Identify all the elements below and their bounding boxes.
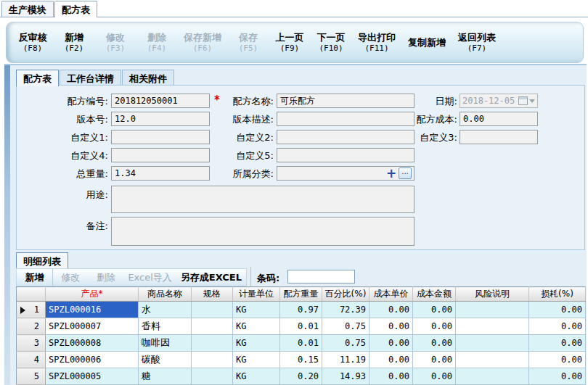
recipe-cost-input[interactable] [460, 112, 538, 126]
cell-weight[interactable]: 0.20 [280, 368, 322, 385]
category-browse-button[interactable]: ... [399, 167, 412, 179]
button-label: 导出打印 [358, 32, 396, 44]
cell-spec[interactable] [192, 335, 233, 352]
cell-spec[interactable] [192, 368, 233, 385]
cell-unit[interactable]: KG [233, 335, 280, 352]
cell-name[interactable]: 咖啡因 [139, 335, 192, 352]
cell-weight[interactable]: 0.01 [280, 335, 322, 352]
row-header[interactable]: 3 [17, 335, 46, 352]
button-label: 返回列表 [458, 32, 496, 44]
cell-weight[interactable]: 0.15 [280, 352, 322, 368]
cell-risk[interactable] [456, 302, 529, 318]
table-row: 3 SPZL000008 咖啡因 KG 0.01 0.75 0.00 0.00 … [17, 335, 586, 352]
prev-page-button[interactable]: 上一页 (F9) [275, 26, 304, 59]
cell-cost[interactable]: 0.00 [413, 352, 456, 368]
cell-percent[interactable]: 0.75 [322, 335, 369, 352]
button-label: 下一页 [317, 32, 346, 44]
detail-list-tab[interactable]: 明细列表 [16, 252, 68, 268]
remark-textarea[interactable] [111, 217, 415, 246]
total-weight-input[interactable] [111, 166, 210, 181]
tab-recipe-form[interactable]: 配方表 [16, 70, 59, 86]
tab-related-attachments[interactable]: 相关附件 [122, 70, 174, 86]
cell-spec[interactable] [192, 302, 233, 318]
custom5-input[interactable] [277, 148, 415, 162]
cell-unit-cost[interactable]: 0.00 [369, 318, 413, 335]
detail-toolbar: 新增 修改 删除 Excel导入 另存成EXCEL [16, 268, 247, 286]
cell-percent[interactable]: 0.75 [322, 318, 369, 335]
button-label: 修改 [106, 32, 125, 44]
cell-percent[interactable]: 72.39 [322, 302, 369, 318]
detail-edit-button: 修改 [53, 269, 89, 286]
cell-unit-cost[interactable]: 0.00 [369, 368, 413, 385]
save-as-excel-button[interactable]: 另存成EXCEL [176, 269, 246, 286]
next-page-button[interactable]: 下一页 (F10) [317, 26, 346, 59]
row-header[interactable]: 5 [17, 368, 46, 385]
cell-loss[interactable]: 0.00 [529, 352, 586, 368]
cell-product[interactable]: SPZL000016 [46, 302, 139, 318]
back-to-list-button[interactable]: 返回列表 (F7) [458, 26, 496, 59]
cell-cost[interactable]: 0.00 [413, 302, 456, 318]
cell-cost[interactable]: 0.00 [413, 368, 456, 385]
tab-recipe-sheet[interactable]: 配方表 [54, 1, 97, 17]
cell-name[interactable]: 糖 [139, 368, 192, 385]
tab-workbench-detail[interactable]: 工作台详情 [60, 70, 121, 86]
col-loss: 损耗(%) [529, 287, 586, 302]
copy-new-button[interactable]: 复制新增 [408, 26, 446, 59]
cell-weight[interactable]: 0.97 [280, 302, 322, 318]
cell-name[interactable]: 碳酸 [139, 352, 192, 368]
col-risk: 风险说明 [456, 287, 529, 302]
cell-loss[interactable]: 0.00 [529, 368, 586, 385]
cell-spec[interactable] [192, 352, 233, 368]
save-new-button: 保存新增 (F6) [184, 26, 221, 59]
cell-name[interactable]: 水 [139, 302, 192, 318]
cell-percent[interactable]: 14.93 [322, 368, 369, 385]
version-no-input[interactable] [111, 112, 210, 126]
row-header[interactable]: 4 [17, 352, 46, 368]
cell-name[interactable]: 香料 [139, 318, 192, 335]
custom3-input[interactable] [460, 130, 538, 144]
cell-cost[interactable]: 0.00 [413, 318, 456, 335]
col-percent: 百分比(%) [322, 287, 369, 302]
cell-unit[interactable]: KG [233, 302, 280, 318]
cell-risk[interactable] [456, 352, 529, 368]
category-add-button[interactable]: + [385, 167, 397, 179]
unaudit-button[interactable]: 反审核 (F8) [18, 26, 47, 59]
cell-weight[interactable]: 0.01 [280, 318, 322, 335]
cell-unit-cost[interactable]: 0.00 [369, 335, 413, 352]
cell-unit[interactable]: KG [233, 352, 280, 368]
export-print-button[interactable]: 导出打印 (F11) [358, 26, 396, 59]
barcode-input[interactable] [287, 270, 355, 283]
table-row: 4 SPZL000006 碳酸 KG 0.15 11.19 0.00 0.00 … [17, 352, 586, 368]
cell-spec[interactable] [192, 318, 233, 335]
cell-loss[interactable]: 0.00 [529, 302, 586, 318]
button-label: 保存新增 [184, 32, 221, 44]
cell-product[interactable]: SPZL000008 [46, 335, 139, 352]
cell-unit-cost[interactable]: 0.00 [369, 352, 413, 368]
cell-product[interactable]: SPZL000007 [46, 318, 139, 335]
custom4-input[interactable] [111, 148, 210, 162]
custom1-input[interactable] [111, 130, 210, 144]
add-button[interactable]: 新增 (F2) [60, 26, 89, 59]
cell-cost[interactable]: 0.00 [413, 335, 456, 352]
button-label: 新增 [65, 32, 83, 44]
detail-add-button[interactable]: 新增 [17, 269, 53, 286]
cell-product[interactable]: SPZL000006 [46, 352, 139, 368]
cell-risk[interactable] [456, 368, 529, 385]
cell-risk[interactable] [456, 318, 529, 335]
cell-loss[interactable]: 0.00 [529, 318, 586, 335]
cell-product[interactable]: SPZL000005 [46, 368, 139, 385]
row-header[interactable]: 2 [17, 318, 46, 335]
usage-textarea[interactable] [111, 186, 415, 213]
button-shortcut: (F4) [147, 44, 167, 53]
cell-risk[interactable] [456, 335, 529, 352]
cell-unit[interactable]: KG [233, 368, 280, 385]
recipe-no-input[interactable] [111, 94, 210, 108]
cell-percent[interactable]: 11.19 [322, 352, 369, 368]
form-tab-bar: 配方表 工作台详情 相关附件 [16, 70, 175, 86]
tab-production-module[interactable]: 生产模块 [1, 1, 54, 17]
button-shortcut: (F6) [193, 44, 213, 53]
cell-unit[interactable]: KG [233, 318, 280, 335]
cell-unit-cost[interactable]: 0.00 [369, 302, 413, 318]
cell-loss[interactable]: 0.00 [529, 335, 586, 352]
row-header[interactable]: 1 [17, 302, 46, 318]
